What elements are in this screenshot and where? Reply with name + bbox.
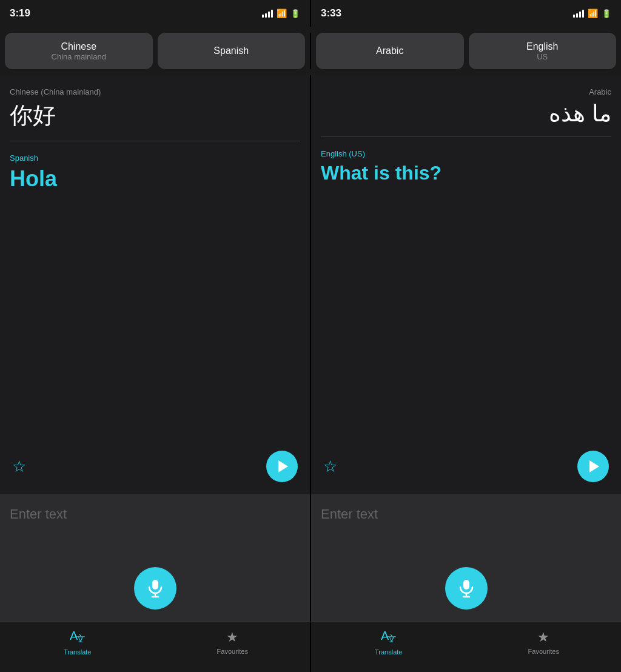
right-input-placeholder[interactable]: Enter text bbox=[321, 506, 611, 522]
left-input-placeholder[interactable]: Enter text bbox=[10, 506, 300, 522]
left-mic-button[interactable] bbox=[134, 567, 176, 610]
svg-text:文: 文 bbox=[76, 634, 86, 642]
left-star-icon: ☆ bbox=[12, 457, 26, 475]
lang-btn-chinese[interactable]: Chinese China mainland bbox=[5, 33, 153, 69]
signal-icon bbox=[262, 9, 273, 18]
left-time: 3:19 bbox=[10, 7, 30, 19]
right-panel-toolbar: ☆ bbox=[321, 446, 611, 485]
left-tab-favourites[interactable]: ★ Favourites bbox=[155, 622, 310, 672]
right-mic-button[interactable] bbox=[445, 567, 488, 610]
left-source-text: 你好 bbox=[10, 100, 300, 141]
right-target-lang-label: English (US) bbox=[321, 149, 611, 158]
tab-bar: A 文 Translate ★ Favourites A 文 Translate… bbox=[0, 622, 621, 672]
right-source-text: ما هذه bbox=[321, 100, 611, 137]
left-translate-label: Translate bbox=[64, 648, 91, 656]
svg-text:文: 文 bbox=[387, 634, 397, 642]
lang-btn-arabic[interactable]: Arabic bbox=[316, 33, 464, 69]
left-tab-translate[interactable]: A 文 Translate bbox=[0, 622, 155, 672]
left-mic-icon bbox=[146, 579, 165, 598]
language-selector-bar: Chinese China mainland Spanish Arabic En… bbox=[0, 27, 621, 75]
left-play-icon bbox=[278, 460, 288, 472]
left-panel-toolbar: ☆ bbox=[10, 446, 300, 485]
left-input-panel: Enter text bbox=[0, 494, 310, 622]
right-wifi-icon: 📶 bbox=[588, 8, 598, 18]
left-translation-area: Chinese (China mainland) 你好 Spanish Hola bbox=[10, 87, 300, 446]
left-source-lang-label: Chinese (China mainland) bbox=[10, 87, 300, 96]
right-play-button[interactable] bbox=[577, 451, 609, 482]
status-bar: 3:19 📶 🔋 3:33 📶 🔋 bbox=[0, 0, 621, 27]
left-tab-half: A 文 Translate ★ Favourites bbox=[0, 622, 310, 672]
right-mic-icon bbox=[457, 579, 476, 598]
battery-icon: 🔋 bbox=[290, 9, 300, 18]
right-translation-area: Arabic ما هذه English (US) What is this? bbox=[321, 87, 611, 446]
svg-rect-0 bbox=[152, 580, 158, 590]
right-favourites-icon: ★ bbox=[537, 630, 549, 645]
left-target-text: Hola bbox=[10, 166, 300, 192]
right-status-icons: 📶 🔋 bbox=[573, 8, 611, 18]
right-favourites-label: Favourites bbox=[528, 648, 559, 655]
lang-btn-english[interactable]: English US bbox=[469, 33, 617, 69]
left-favourites-label: Favourites bbox=[217, 648, 248, 655]
right-translate-label: Translate bbox=[375, 648, 402, 656]
left-translate-icon: A 文 bbox=[70, 629, 86, 646]
right-status: 3:33 📶 🔋 bbox=[311, 0, 621, 27]
right-play-icon bbox=[589, 460, 599, 472]
left-lang-half: Chinese China mainland Spanish bbox=[5, 33, 305, 69]
left-translation-panel: Chinese (China mainland) 你好 Spanish Hola… bbox=[0, 75, 310, 494]
svg-rect-3 bbox=[463, 580, 469, 590]
right-signal-icon bbox=[573, 9, 584, 18]
lang-btn-spanish[interactable]: Spanish bbox=[158, 33, 306, 69]
left-status-icons: 📶 🔋 bbox=[262, 8, 300, 18]
right-time: 3:33 bbox=[321, 7, 341, 19]
left-status: 3:19 📶 🔋 bbox=[0, 0, 310, 27]
right-favourite-button[interactable]: ☆ bbox=[323, 459, 337, 474]
input-section: Enter text Enter text bbox=[0, 494, 621, 622]
right-translate-icon: A 文 bbox=[381, 629, 397, 646]
left-favourites-icon: ★ bbox=[226, 630, 238, 645]
right-tab-favourites[interactable]: ★ Favourites bbox=[466, 622, 622, 672]
lang-bar-divider bbox=[310, 33, 311, 69]
right-tab-translate[interactable]: A 文 Translate bbox=[311, 622, 466, 672]
right-source-lang-label: Arabic bbox=[321, 87, 611, 96]
left-target-lang-label: Spanish bbox=[10, 153, 300, 163]
wifi-icon: 📶 bbox=[277, 8, 287, 18]
main-content: Chinese (China mainland) 你好 Spanish Hola… bbox=[0, 75, 621, 494]
right-target-text: What is this? bbox=[321, 162, 611, 184]
right-lang-half: Arabic English US bbox=[316, 33, 616, 69]
right-battery-icon: 🔋 bbox=[602, 9, 611, 18]
left-favourite-button[interactable]: ☆ bbox=[12, 459, 26, 474]
right-tab-half: A 文 Translate ★ Favourites bbox=[311, 622, 621, 672]
right-star-icon: ☆ bbox=[323, 457, 337, 475]
left-play-button[interactable] bbox=[266, 451, 298, 482]
right-input-panel: Enter text bbox=[311, 494, 621, 622]
right-translation-panel: Arabic ما هذه English (US) What is this?… bbox=[311, 75, 621, 494]
